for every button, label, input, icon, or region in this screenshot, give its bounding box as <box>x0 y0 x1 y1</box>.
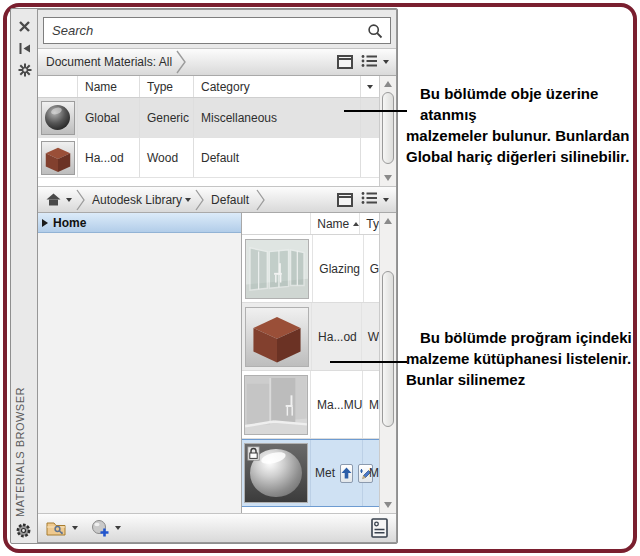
preview-pane-toggle-icon[interactable] <box>337 193 353 207</box>
name-column-header[interactable]: Name <box>78 76 140 97</box>
create-material-icon[interactable] <box>78 519 110 538</box>
cell-category: Default <box>194 138 361 177</box>
breadcrumb-category[interactable]: Default <box>208 193 252 207</box>
table-row-global[interactable]: Global Generic Miscellaneous <box>38 98 379 138</box>
cell-name: Ha...od <box>78 138 140 177</box>
name-column-header[interactable]: Name <box>311 213 360 234</box>
library-tree-panel: Home <box>38 213 242 513</box>
cell-type: G <box>364 235 379 302</box>
cell-type: M <box>363 371 379 438</box>
annotation-line: malzemeler bulunur. Bunlardan <box>406 125 640 146</box>
bottom-toolbar <box>38 513 396 542</box>
annotation-line: Bu bölümde obje üzerine atanmış <box>406 83 640 125</box>
library-list-header: Name Ty <box>242 213 379 235</box>
scroll-up-icon[interactable] <box>384 81 392 87</box>
auto-hide-pin-icon[interactable] <box>18 41 32 55</box>
cell-name: Glazing <box>313 235 363 302</box>
cell-type: W <box>362 303 379 370</box>
annotation-line: Bu bölümde proğram içindeki <box>406 327 640 348</box>
tree-expander-icon[interactable] <box>42 219 48 227</box>
scroll-down-icon[interactable] <box>384 502 392 508</box>
cell-name: Ha...od <box>312 303 362 370</box>
annotation-connector-line <box>330 361 407 363</box>
cell-name: Met <box>315 466 335 480</box>
close-icon[interactable] <box>18 19 32 33</box>
library-section: Home Name Ty <box>38 213 396 513</box>
library-dropdown-icon[interactable] <box>185 198 191 202</box>
glass-room-thumbnail <box>245 239 309 299</box>
view-style-dropdown-icon[interactable] <box>383 60 389 64</box>
document-materials-label[interactable]: Document Materials: All <box>38 55 172 69</box>
display-options-icon[interactable] <box>371 518 396 538</box>
metal-name-cell: Met <box>311 440 363 506</box>
masonry-thumbnail-cell <box>242 371 311 438</box>
view-style-dropdown-icon[interactable] <box>383 198 389 202</box>
annotation-line: Bunlar silinemez <box>406 369 640 390</box>
tree-item-home[interactable]: Home <box>38 213 241 233</box>
view-style-icon[interactable] <box>361 54 378 71</box>
search-box <box>43 17 391 44</box>
list-item-glazing[interactable]: Glazing G <box>242 235 379 303</box>
wood-cube-thumbnail <box>41 141 75 175</box>
annotation-library: Bu bölümde proğram içindeki malzeme kütü… <box>406 327 640 390</box>
search-input[interactable] <box>44 23 367 38</box>
breadcrumb-chevron-icon <box>175 50 187 74</box>
metal-thumbnail-cell <box>242 440 311 506</box>
search-icon[interactable] <box>367 23 383 39</box>
list-item-metal-selected[interactable]: Met M <box>242 439 379 507</box>
list-item-masonry[interactable]: Ma...MU M <box>242 371 379 439</box>
create-material-dropdown-icon[interactable] <box>115 526 121 530</box>
library-list-scrollbar[interactable] <box>379 213 396 513</box>
document-table-scrollbar[interactable] <box>379 76 396 186</box>
generic-sphere-thumbnail <box>41 101 75 135</box>
hardwood-thumbnail-cell <box>242 303 312 370</box>
type-column-header[interactable]: Ty <box>360 213 379 234</box>
annotation-line: Global hariç diğerleri silinebilir. <box>406 146 640 167</box>
cell-type: Wood <box>140 138 194 177</box>
library-breadcrumb-toolbar: Autodesk Library Default <box>38 186 396 213</box>
hardwood-thumbnail-cell <box>38 138 78 177</box>
cell-type: M <box>363 440 379 506</box>
breadcrumb-chevron-icon <box>255 189 266 211</box>
scroll-down-icon[interactable] <box>384 175 392 181</box>
scrollbar-thumb[interactable] <box>382 92 394 164</box>
category-column-header[interactable]: Category <box>194 76 361 97</box>
glazing-thumbnail-cell <box>242 235 313 302</box>
breadcrumb-library[interactable]: Autodesk Library <box>89 193 185 207</box>
view-style-icon[interactable] <box>361 191 378 208</box>
preview-pane-toggle-icon[interactable] <box>337 55 353 69</box>
palette-title-rail: MATERIALS BROWSER <box>11 9 37 543</box>
cell-category: Miscellaneous <box>194 98 361 137</box>
document-materials-table: Name Type Category Global Generic Miscel… <box>38 76 396 186</box>
properties-gear-icon[interactable] <box>18 63 32 77</box>
cell-name: Ma...MU <box>311 371 363 438</box>
palette-options-gear-icon[interactable] <box>15 522 32 539</box>
library-materials-list: Name Ty <box>242 213 396 513</box>
home-icon[interactable] <box>38 193 61 206</box>
type-column-header[interactable]: Type <box>140 76 194 97</box>
cell-type: Generic <box>140 98 194 137</box>
annotation-connector-line <box>344 110 407 112</box>
palette-title: MATERIALS BROWSER <box>14 387 26 517</box>
screenshot-root: MATERIALS BROWSER <box>0 0 640 556</box>
tree-home-label: Home <box>53 216 86 230</box>
global-thumbnail-cell <box>38 98 78 137</box>
lock-icon <box>247 446 260 464</box>
wood-cube-thumbnail <box>245 307 309 367</box>
thumbnail-column-header <box>38 76 78 97</box>
breadcrumb-chevron-icon <box>194 189 205 211</box>
thumbnail-column-header <box>242 213 311 234</box>
manage-libraries-folder-icon[interactable] <box>38 520 67 537</box>
cell-name: Global <box>78 98 140 137</box>
add-to-document-button[interactable] <box>340 464 353 483</box>
column-filter-dropdown-icon[interactable] <box>361 76 379 97</box>
document-table-header: Name Type Category <box>38 76 379 98</box>
materials-browser-palette: MATERIALS BROWSER <box>10 8 398 544</box>
scroll-up-icon[interactable] <box>384 218 392 224</box>
name-column-label: Name <box>317 217 349 231</box>
sort-ascending-icon <box>353 222 359 226</box>
breadcrumb-chevron-icon <box>75 189 86 211</box>
table-row-hardwood[interactable]: Ha...od Wood Default <box>38 138 379 178</box>
home-dropdown-icon[interactable] <box>66 198 72 202</box>
scrollbar-thumb[interactable] <box>382 271 394 427</box>
